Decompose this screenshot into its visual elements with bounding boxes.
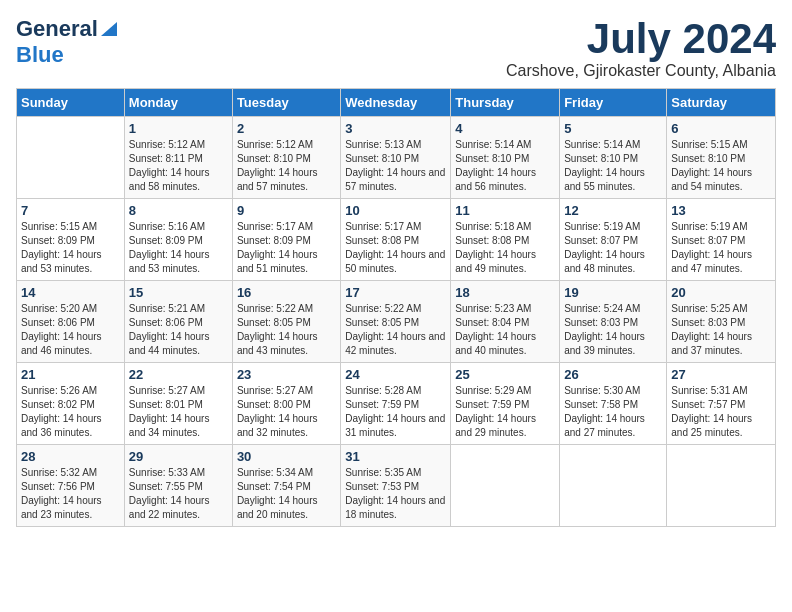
day-detail: Sunrise: 5:13 AMSunset: 8:10 PMDaylight:… (345, 138, 446, 194)
weekday-header-saturday: Saturday (667, 89, 776, 117)
calendar-week-row: 14Sunrise: 5:20 AMSunset: 8:06 PMDayligh… (17, 281, 776, 363)
day-detail: Sunrise: 5:15 AMSunset: 8:09 PMDaylight:… (21, 220, 120, 276)
day-number: 16 (237, 285, 336, 300)
weekday-header-row: SundayMondayTuesdayWednesdayThursdayFrid… (17, 89, 776, 117)
calendar-cell: 10Sunrise: 5:17 AMSunset: 8:08 PMDayligh… (341, 199, 451, 281)
weekday-header-tuesday: Tuesday (232, 89, 340, 117)
day-detail: Sunrise: 5:17 AMSunset: 8:08 PMDaylight:… (345, 220, 446, 276)
day-number: 19 (564, 285, 662, 300)
day-detail: Sunrise: 5:27 AMSunset: 8:00 PMDaylight:… (237, 384, 336, 440)
day-detail: Sunrise: 5:18 AMSunset: 8:08 PMDaylight:… (455, 220, 555, 276)
month-year-title: July 2024 (506, 16, 776, 62)
calendar-cell: 18Sunrise: 5:23 AMSunset: 8:04 PMDayligh… (451, 281, 560, 363)
calendar-cell: 26Sunrise: 5:30 AMSunset: 7:58 PMDayligh… (560, 363, 667, 445)
day-number: 22 (129, 367, 228, 382)
calendar-cell: 30Sunrise: 5:34 AMSunset: 7:54 PMDayligh… (232, 445, 340, 527)
day-number: 28 (21, 449, 120, 464)
day-number: 9 (237, 203, 336, 218)
day-detail: Sunrise: 5:31 AMSunset: 7:57 PMDaylight:… (671, 384, 771, 440)
day-detail: Sunrise: 5:28 AMSunset: 7:59 PMDaylight:… (345, 384, 446, 440)
day-number: 3 (345, 121, 446, 136)
weekday-header-friday: Friday (560, 89, 667, 117)
title-area: July 2024 Carshove, Gjirokaster County, … (506, 16, 776, 80)
day-detail: Sunrise: 5:14 AMSunset: 8:10 PMDaylight:… (564, 138, 662, 194)
weekday-header-thursday: Thursday (451, 89, 560, 117)
day-number: 17 (345, 285, 446, 300)
calendar-cell: 5Sunrise: 5:14 AMSunset: 8:10 PMDaylight… (560, 117, 667, 199)
day-detail: Sunrise: 5:23 AMSunset: 8:04 PMDaylight:… (455, 302, 555, 358)
day-detail: Sunrise: 5:33 AMSunset: 7:55 PMDaylight:… (129, 466, 228, 522)
day-detail: Sunrise: 5:16 AMSunset: 8:09 PMDaylight:… (129, 220, 228, 276)
calendar-cell: 12Sunrise: 5:19 AMSunset: 8:07 PMDayligh… (560, 199, 667, 281)
calendar-cell: 17Sunrise: 5:22 AMSunset: 8:05 PMDayligh… (341, 281, 451, 363)
calendar-week-row: 21Sunrise: 5:26 AMSunset: 8:02 PMDayligh… (17, 363, 776, 445)
day-detail: Sunrise: 5:22 AMSunset: 8:05 PMDaylight:… (345, 302, 446, 358)
day-detail: Sunrise: 5:21 AMSunset: 8:06 PMDaylight:… (129, 302, 228, 358)
logo: General Blue (16, 16, 117, 68)
day-number: 24 (345, 367, 446, 382)
day-number: 10 (345, 203, 446, 218)
logo-general: General (16, 16, 98, 42)
calendar-cell: 13Sunrise: 5:19 AMSunset: 8:07 PMDayligh… (667, 199, 776, 281)
day-number: 11 (455, 203, 555, 218)
calendar-week-row: 28Sunrise: 5:32 AMSunset: 7:56 PMDayligh… (17, 445, 776, 527)
day-detail: Sunrise: 5:22 AMSunset: 8:05 PMDaylight:… (237, 302, 336, 358)
day-detail: Sunrise: 5:19 AMSunset: 8:07 PMDaylight:… (564, 220, 662, 276)
calendar-cell: 3Sunrise: 5:13 AMSunset: 8:10 PMDaylight… (341, 117, 451, 199)
calendar-cell: 24Sunrise: 5:28 AMSunset: 7:59 PMDayligh… (341, 363, 451, 445)
day-detail: Sunrise: 5:30 AMSunset: 7:58 PMDaylight:… (564, 384, 662, 440)
calendar-cell: 22Sunrise: 5:27 AMSunset: 8:01 PMDayligh… (124, 363, 232, 445)
page-header: General Blue July 2024 Carshove, Gjiroka… (16, 16, 776, 80)
day-detail: Sunrise: 5:26 AMSunset: 8:02 PMDaylight:… (21, 384, 120, 440)
calendar-cell: 21Sunrise: 5:26 AMSunset: 8:02 PMDayligh… (17, 363, 125, 445)
calendar-cell: 1Sunrise: 5:12 AMSunset: 8:11 PMDaylight… (124, 117, 232, 199)
day-detail: Sunrise: 5:15 AMSunset: 8:10 PMDaylight:… (671, 138, 771, 194)
calendar-cell: 23Sunrise: 5:27 AMSunset: 8:00 PMDayligh… (232, 363, 340, 445)
calendar-cell: 16Sunrise: 5:22 AMSunset: 8:05 PMDayligh… (232, 281, 340, 363)
location-subtitle: Carshove, Gjirokaster County, Albania (506, 62, 776, 80)
calendar-cell: 8Sunrise: 5:16 AMSunset: 8:09 PMDaylight… (124, 199, 232, 281)
calendar-cell: 2Sunrise: 5:12 AMSunset: 8:10 PMDaylight… (232, 117, 340, 199)
day-number: 21 (21, 367, 120, 382)
day-detail: Sunrise: 5:19 AMSunset: 8:07 PMDaylight:… (671, 220, 771, 276)
day-detail: Sunrise: 5:12 AMSunset: 8:10 PMDaylight:… (237, 138, 336, 194)
day-detail: Sunrise: 5:35 AMSunset: 7:53 PMDaylight:… (345, 466, 446, 522)
day-detail: Sunrise: 5:20 AMSunset: 8:06 PMDaylight:… (21, 302, 120, 358)
svg-marker-0 (101, 22, 117, 36)
logo-blue: Blue (16, 42, 64, 67)
day-number: 23 (237, 367, 336, 382)
calendar-table: SundayMondayTuesdayWednesdayThursdayFrid… (16, 88, 776, 527)
day-detail: Sunrise: 5:17 AMSunset: 8:09 PMDaylight:… (237, 220, 336, 276)
calendar-cell: 4Sunrise: 5:14 AMSunset: 8:10 PMDaylight… (451, 117, 560, 199)
day-number: 7 (21, 203, 120, 218)
day-number: 5 (564, 121, 662, 136)
day-number: 4 (455, 121, 555, 136)
day-detail: Sunrise: 5:29 AMSunset: 7:59 PMDaylight:… (455, 384, 555, 440)
calendar-cell: 29Sunrise: 5:33 AMSunset: 7:55 PMDayligh… (124, 445, 232, 527)
day-number: 12 (564, 203, 662, 218)
calendar-cell (667, 445, 776, 527)
calendar-cell: 25Sunrise: 5:29 AMSunset: 7:59 PMDayligh… (451, 363, 560, 445)
calendar-week-row: 7Sunrise: 5:15 AMSunset: 8:09 PMDaylight… (17, 199, 776, 281)
calendar-cell: 19Sunrise: 5:24 AMSunset: 8:03 PMDayligh… (560, 281, 667, 363)
calendar-cell (560, 445, 667, 527)
day-number: 25 (455, 367, 555, 382)
weekday-header-sunday: Sunday (17, 89, 125, 117)
day-number: 30 (237, 449, 336, 464)
day-number: 29 (129, 449, 228, 464)
day-number: 18 (455, 285, 555, 300)
calendar-cell (451, 445, 560, 527)
weekday-header-monday: Monday (124, 89, 232, 117)
day-number: 13 (671, 203, 771, 218)
day-number: 20 (671, 285, 771, 300)
day-number: 27 (671, 367, 771, 382)
weekday-header-wednesday: Wednesday (341, 89, 451, 117)
day-detail: Sunrise: 5:32 AMSunset: 7:56 PMDaylight:… (21, 466, 120, 522)
day-number: 15 (129, 285, 228, 300)
calendar-cell: 7Sunrise: 5:15 AMSunset: 8:09 PMDaylight… (17, 199, 125, 281)
day-detail: Sunrise: 5:34 AMSunset: 7:54 PMDaylight:… (237, 466, 336, 522)
day-number: 2 (237, 121, 336, 136)
calendar-cell: 15Sunrise: 5:21 AMSunset: 8:06 PMDayligh… (124, 281, 232, 363)
calendar-cell: 28Sunrise: 5:32 AMSunset: 7:56 PMDayligh… (17, 445, 125, 527)
day-number: 14 (21, 285, 120, 300)
